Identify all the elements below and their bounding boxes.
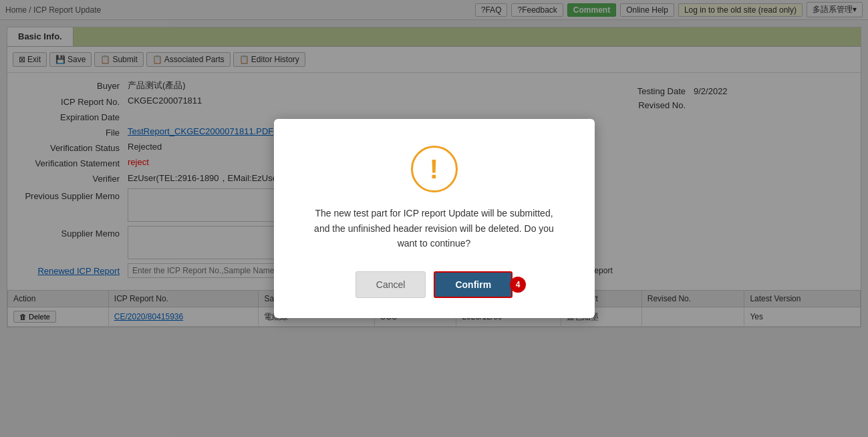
modal-message: The new test part for ICP report Update … (307, 206, 561, 251)
confirm-button[interactable]: Confirm (434, 271, 513, 298)
step-badge: 4 (510, 277, 526, 293)
modal-overlay: ! The new test part for ICP report Updat… (0, 0, 868, 437)
cancel-button[interactable]: Cancel (355, 271, 426, 298)
modal-dialog: ! The new test part for ICP report Updat… (274, 119, 595, 317)
modal-buttons: Cancel Confirm 4 (307, 271, 561, 298)
confirm-wrapper: Confirm 4 (434, 271, 513, 298)
warning-icon: ! (411, 146, 458, 192)
